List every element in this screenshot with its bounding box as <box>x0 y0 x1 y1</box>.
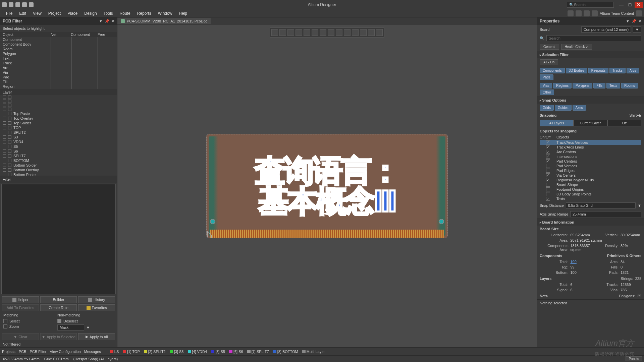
deselect-checkbox[interactable]: Deselect <box>57 318 110 324</box>
grid-icon[interactable] <box>360 29 367 36</box>
all-on-button[interactable]: All - On <box>540 59 558 65</box>
layer-row[interactable]: Top Paste <box>0 111 117 116</box>
minimize-button[interactable]: — <box>617 2 625 8</box>
filter-fills[interactable]: Fills <box>593 83 605 88</box>
apply-all-button[interactable]: ▶ Apply to All <box>78 333 115 340</box>
undo-icon[interactable] <box>22 2 27 7</box>
layer-tab[interactable]: [8] BOTTOM <box>271 349 300 354</box>
pcb-board[interactable]: 查询语言： 基本概念III <box>206 134 448 238</box>
menu-view[interactable]: View <box>30 10 45 17</box>
snap-item[interactable]: Track/Arcs Vertices <box>540 140 641 145</box>
snap-item[interactable]: Via Centers <box>540 173 641 178</box>
favorites-add-button[interactable]: Add To Favorites <box>2 304 39 311</box>
filter-other[interactable]: Other <box>540 89 554 95</box>
menu-window[interactable]: Window <box>155 10 176 17</box>
layer-row[interactable]: SPLIT2 <box>0 130 117 135</box>
current-layer-tab[interactable]: Current Layer <box>574 120 607 126</box>
object-row[interactable]: Region <box>0 84 117 89</box>
filter-texts[interactable]: Texts <box>606 83 620 88</box>
object-row[interactable]: Track <box>0 61 117 65</box>
filter-pads[interactable]: Pads <box>540 74 553 80</box>
components-dropdown[interactable]: Components (and 12 more) <box>581 26 631 33</box>
layer-row[interactable]: Bottom Overlay <box>0 168 117 172</box>
snap-distance-select[interactable]: 0.5x Snap Grid <box>566 202 636 208</box>
filter-keepouts[interactable]: Keepouts <box>588 68 608 73</box>
properties-search[interactable] <box>546 35 641 41</box>
open-icon[interactable] <box>15 2 20 7</box>
gear-icon[interactable] <box>584 10 590 16</box>
snap-item[interactable]: Arc Centers <box>540 149 641 154</box>
object-row[interactable]: Component <box>0 37 117 42</box>
snap-guides[interactable]: Guides <box>555 105 572 111</box>
menu-design[interactable]: Design <box>81 10 100 17</box>
menu-place[interactable]: Place <box>64 10 81 17</box>
filter-polygons[interactable]: Polygons <box>573 83 592 88</box>
layer-tab[interactable]: [5] S5 <box>209 349 227 354</box>
move-icon[interactable] <box>287 29 294 36</box>
layer-row[interactable]: Bottom Paste <box>0 172 117 176</box>
filter-regions[interactable]: Regions <box>553 83 572 88</box>
text-icon[interactable] <box>368 29 375 36</box>
filter-components[interactable]: Components <box>540 68 565 73</box>
document-tab[interactable]: PC4-SODIMM_V200_RC_A1_20141015.PcbDoc <box>117 18 211 24</box>
health-check-tab[interactable]: Health Check ✓ <box>561 44 592 50</box>
measure-icon[interactable] <box>328 29 334 36</box>
filter-vias[interactable]: Vias <box>540 83 552 88</box>
layer-tab[interactable]: [7] SPLIT7 <box>246 349 271 354</box>
redo-icon[interactable] <box>29 2 34 7</box>
layer-tab[interactable]: Multi-Layer <box>301 349 326 354</box>
layer-row[interactable]: BOTTOM <box>0 158 117 163</box>
bottom-tab-projects[interactable]: Projects <box>2 350 15 354</box>
global-search[interactable]: 🔍 Search <box>567 2 614 8</box>
snap-grids[interactable]: Grids <box>540 105 554 111</box>
component-icon[interactable] <box>312 29 318 36</box>
save-icon[interactable] <box>9 2 13 7</box>
share-icon[interactable] <box>568 10 574 16</box>
history-button[interactable]: History <box>78 296 115 303</box>
layer-tab[interactable]: [4] VDD4 <box>186 349 209 354</box>
filter-tracks[interactable]: Tracks <box>609 68 626 73</box>
menu-project[interactable]: Project <box>45 10 64 17</box>
apply-selected-button[interactable]: ▼ Apply to Selected <box>40 333 77 340</box>
layer-tab[interactable]: LS <box>108 349 120 354</box>
axis-snap-input[interactable]: 25.4mm <box>570 211 641 217</box>
filter-input[interactable] <box>1 184 116 294</box>
snap-item[interactable]: Footprint Origins <box>540 187 641 192</box>
object-row[interactable]: Text <box>0 56 117 61</box>
layer-row[interactable]: Top Overlay <box>0 116 117 121</box>
total-link[interactable]: 199 <box>571 260 591 264</box>
snap-item[interactable]: Board Shape <box>540 182 641 187</box>
object-row[interactable]: Polygon <box>0 51 117 56</box>
selection-filter-header[interactable]: Selection Filter <box>537 51 644 58</box>
team-label[interactable]: Altium Team Content <box>600 11 634 15</box>
snap-item[interactable]: Pad Edges <box>540 168 641 173</box>
layer-row[interactable] <box>0 107 117 111</box>
menu-help[interactable]: Help <box>175 10 191 17</box>
builder-button[interactable]: Builder <box>40 296 77 303</box>
bottom-tab-view-configuration[interactable]: View Configuration <box>50 350 81 354</box>
layer-tab[interactable]: [6] S6 <box>227 349 245 354</box>
general-tab[interactable]: General <box>540 44 559 50</box>
dropdown-icon[interactable]: ▼ <box>99 19 103 23</box>
menu-route[interactable]: Route <box>116 10 134 17</box>
layer-row[interactable]: SPLIT7 <box>0 154 117 158</box>
layer-row[interactable] <box>0 103 117 107</box>
snap-item[interactable]: Texts <box>540 196 641 201</box>
pin-icon[interactable]: 📌 <box>105 19 109 23</box>
object-row[interactable]: Component Body <box>0 42 117 47</box>
layer-tab[interactable]: [3] S3 <box>168 349 185 354</box>
object-row[interactable]: Via <box>0 70 117 75</box>
layer-row[interactable]: Top Solder <box>0 121 117 125</box>
layer-row[interactable] <box>0 95 117 99</box>
bottom-tab-pcb-filter[interactable]: PCB Filter <box>30 350 46 354</box>
snap-item[interactable]: Pad Vertices <box>540 164 641 168</box>
object-row[interactable]: Pad <box>0 75 117 79</box>
filter-arcs[interactable]: Arcs <box>627 68 639 73</box>
bottom-tab-messages[interactable]: Messages <box>84 350 101 354</box>
favorites-button[interactable]: Favorites <box>78 304 115 311</box>
mask-select[interactable]: Mask <box>57 324 84 330</box>
pcb-canvas[interactable]: 查询语言： 基本概念III <box>117 25 537 347</box>
zoom-checkbox[interactable]: Zoom <box>3 324 56 329</box>
layer-row[interactable]: TOP <box>0 125 117 130</box>
select-icon[interactable] <box>296 29 302 36</box>
